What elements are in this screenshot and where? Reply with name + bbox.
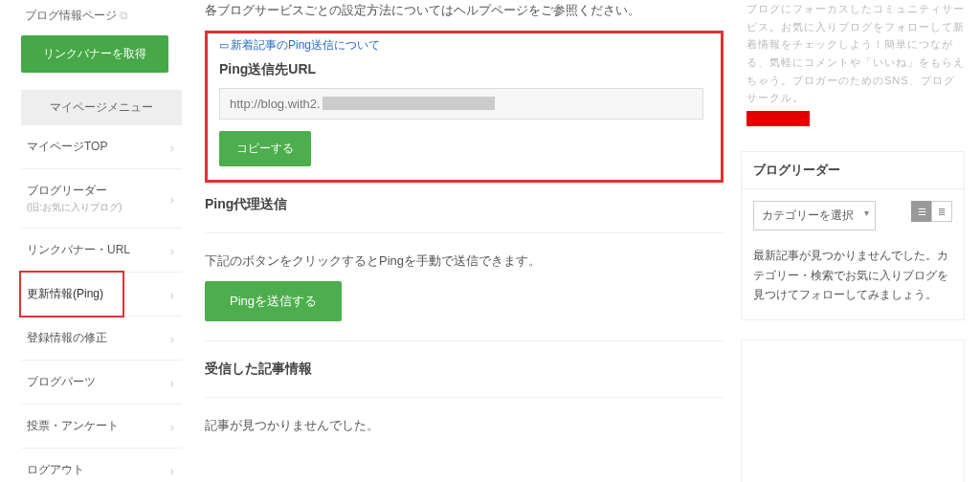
promo-highlight (746, 111, 810, 126)
ping-url-section: ▭新着記事のPing送信について Ping送信先URL http://blog.… (205, 31, 724, 183)
link-text: 新着記事のPing送信について (231, 38, 380, 52)
sidebar-item-label: ログアウト (27, 463, 84, 476)
sidebar-item-label: 投票・アンケート (27, 419, 119, 432)
sidebar-item-sub: (旧:お気に入りブログ) (27, 201, 174, 214)
sidebar-item-label: ブログリーダー (27, 184, 107, 197)
sidebar-item-blog-parts[interactable]: ブログパーツ › (21, 361, 182, 405)
sidebar-item-label: 登録情報の修正 (27, 331, 107, 344)
sidebar-item-blog-reader[interactable]: ブログリーダー (旧:お気に入りブログ) › (21, 169, 182, 229)
get-link-banner-button[interactable]: リンクバナーを取得 (21, 35, 168, 73)
received-articles-section: 受信した記事情報 記事が見つかりませんでした。 (205, 361, 724, 434)
right-column: ブログにフォーカスしたコミュニティサービス。お気に入りブログをフォローして新着情… (741, 0, 980, 482)
view-grid-icon[interactable]: ≣ (931, 201, 952, 222)
ping-proxy-title: Ping代理送信 (205, 196, 724, 213)
reader-empty-text: 最新記事が見つかりませんでした。カテゴリー・検索でお気に入りブログを見つけてフォ… (753, 242, 952, 308)
promo-text: ブログにフォーカスしたコミュニティサービス。お気に入りブログをフォローして新着情… (741, 0, 965, 134)
blog-reader-title: ブログリーダー (742, 152, 964, 189)
sidebar-item-label: ブログパーツ (27, 375, 96, 388)
sidebar-item-mypage-top[interactable]: マイページTOP › (21, 125, 182, 169)
view-list-icon[interactable]: ☰ (911, 201, 932, 222)
view-toggle: ☰ ≣ (912, 201, 952, 222)
document-icon: ▭ (219, 39, 229, 51)
sidebar-item-label: マイページTOP (27, 140, 107, 153)
chevron-right-icon: › (170, 287, 174, 301)
new-post-ping-link[interactable]: ▭新着記事のPing送信について (219, 38, 380, 52)
ad-panel (741, 340, 965, 482)
mypage-menu: マイページTOP › ブログリーダー (旧:お気に入りブログ) › リンクバナー… (21, 125, 182, 482)
sidebar-item-vote-survey[interactable]: 投票・アンケート › (21, 405, 182, 449)
ping-url-value: http://blog.with2. (230, 97, 321, 111)
mypage-menu-header: マイページメニュー (21, 90, 182, 125)
ping-url-field[interactable]: http://blog.with2. (219, 88, 703, 120)
sidebar-item-label: 更新情報(Ping) (27, 287, 103, 300)
sidebar-item-edit-registration[interactable]: 登録情報の修正 › (21, 317, 182, 361)
copy-button[interactable]: コピーする (219, 131, 311, 166)
blog-reader-panel: ブログリーダー カテゴリーを選択 ☰ ≣ 最新記事が見つかりませんでした。カテゴ… (741, 151, 965, 320)
external-icon: ⧉ (120, 9, 128, 22)
chevron-right-icon: › (170, 419, 174, 433)
ping-proxy-desc: 下記のボタンをクリックするとPingを手動で送信できます。 (205, 252, 724, 270)
chevron-right-icon: › (170, 463, 174, 477)
chevron-right-icon: › (170, 140, 174, 154)
sidebar-item-label: リンクバナー・URL (27, 243, 130, 256)
promo-body: ブログにフォーカスしたコミュニティサービス。お気に入りブログをフォローして新着情… (746, 3, 965, 103)
sidebar-item-update-ping[interactable]: 更新情報(Ping) › (21, 273, 182, 317)
sidebar-item-link-banner-url[interactable]: リンクバナー・URL › (21, 229, 182, 273)
send-ping-button[interactable]: Pingを送信する (205, 281, 342, 321)
chevron-right-icon: › (170, 243, 174, 257)
ping-proxy-section: Ping代理送信 下記のボタンをクリックするとPingを手動で送信できます。 P… (205, 196, 724, 321)
received-empty-text: 記事が見つかりませんでした。 (205, 417, 724, 434)
blog-info-link[interactable]: ブログ情報ページ ⧉ (21, 4, 182, 28)
chevron-right-icon: › (170, 191, 174, 206)
intro-text: 各ブログサービスごとの設定方法についてはヘルプページをご参照ください。 (205, 0, 724, 21)
sidebar-item-logout[interactable]: ログアウト › (21, 449, 182, 482)
ping-url-title: Ping送信先URL (219, 61, 709, 78)
category-select[interactable]: カテゴリーを選択 (753, 201, 876, 230)
blog-info-label: ブログ情報ページ (25, 9, 117, 22)
chevron-right-icon: › (170, 331, 174, 345)
main-content: 各ブログサービスごとの設定方法についてはヘルプページをご参照ください。 ▭新着記… (182, 0, 741, 482)
received-title: 受信した記事情報 (205, 361, 724, 378)
chevron-right-icon: › (170, 375, 174, 389)
masked-url-part (323, 97, 495, 110)
sidebar: ブログ情報ページ ⧉ リンクバナーを取得 マイページメニュー マイページTOP … (0, 0, 182, 482)
